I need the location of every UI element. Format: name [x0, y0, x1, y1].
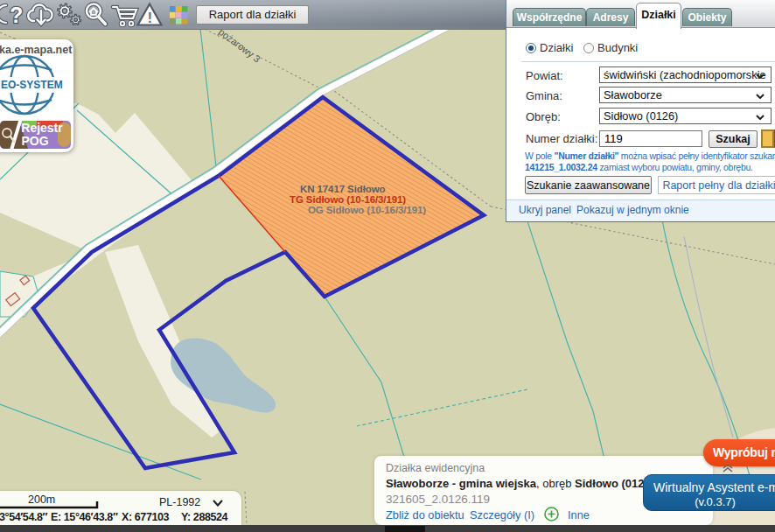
svg-text:!: !	[148, 10, 153, 26]
svg-text:EO-SYSTEM: EO-SYSTEM	[1, 79, 63, 91]
svg-text:?: ?	[10, 3, 23, 27]
